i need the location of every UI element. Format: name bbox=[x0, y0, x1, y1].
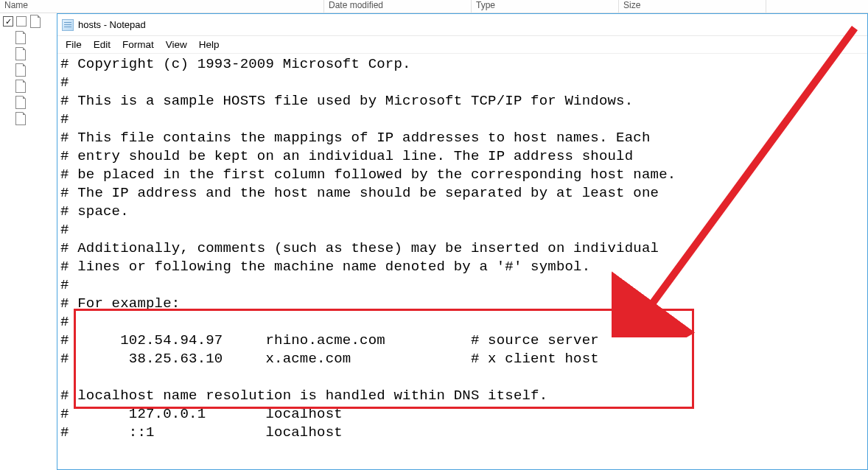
file-icon bbox=[15, 95, 27, 110]
notepad-window: hosts - Notepad File Edit Format View He… bbox=[57, 13, 868, 470]
file-icon bbox=[15, 63, 27, 77]
menu-help[interactable]: Help bbox=[194, 38, 225, 52]
menu-file[interactable]: File bbox=[60, 38, 87, 52]
titlebar[interactable]: hosts - Notepad bbox=[57, 14, 867, 36]
column-name[interactable]: Name bbox=[0, 0, 324, 13]
file-icon bbox=[29, 14, 41, 29]
list-item[interactable] bbox=[0, 78, 57, 94]
window-title: hosts - Notepad bbox=[78, 19, 146, 30]
file-icon bbox=[15, 111, 27, 126]
column-type[interactable]: Type bbox=[472, 0, 619, 13]
explorer-file-list: ✓ bbox=[0, 13, 57, 470]
menu-view[interactable]: View bbox=[161, 38, 192, 52]
list-item[interactable]: ✓ bbox=[0, 13, 57, 29]
list-item[interactable] bbox=[0, 62, 57, 78]
list-item[interactable] bbox=[0, 111, 57, 127]
file-icon bbox=[15, 46, 27, 61]
menubar: File Edit Format View Help bbox=[57, 36, 867, 54]
file-icon bbox=[15, 30, 27, 45]
text-editor-area[interactable]: # Copyright (c) 1993-2009 Microsoft Corp… bbox=[57, 54, 867, 469]
column-date[interactable]: Date modified bbox=[324, 0, 472, 13]
explorer-column-headers: Name Date modified Type Size bbox=[0, 0, 868, 13]
column-size[interactable]: Size bbox=[619, 0, 766, 13]
notepad-icon bbox=[62, 19, 74, 31]
menu-format[interactable]: Format bbox=[117, 38, 159, 52]
checkbox-icon[interactable]: ✓ bbox=[3, 16, 13, 27]
menu-edit[interactable]: Edit bbox=[88, 38, 116, 52]
list-item[interactable] bbox=[0, 46, 57, 62]
list-item[interactable] bbox=[0, 94, 57, 111]
file-icon bbox=[15, 79, 27, 94]
checkbox-icon[interactable] bbox=[16, 16, 27, 27]
list-item[interactable] bbox=[0, 29, 57, 46]
